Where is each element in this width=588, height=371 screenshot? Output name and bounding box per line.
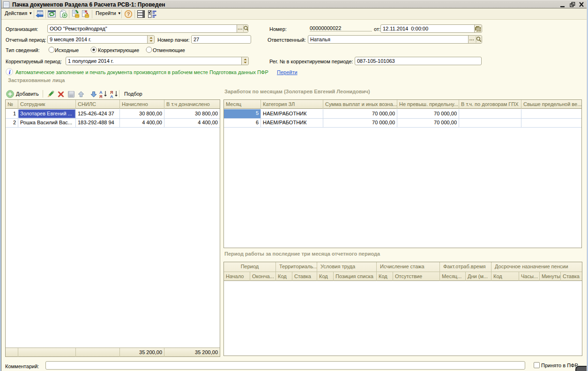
svg-text:Я: Я <box>99 94 102 98</box>
svg-text:i: i <box>9 68 11 76</box>
svg-text:А: А <box>110 94 113 98</box>
svg-text:?: ? <box>127 11 130 17</box>
